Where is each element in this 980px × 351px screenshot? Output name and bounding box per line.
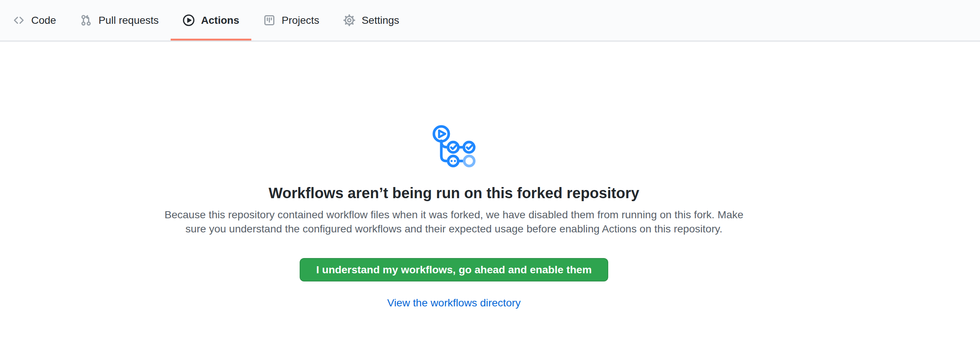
empty-state-title: Workflows aren’t being run on this forke… xyxy=(0,184,908,202)
tab-actions-label: Actions xyxy=(201,15,239,25)
tab-code-label: Code xyxy=(31,15,56,25)
empty-state-description: Because this repository contained workfl… xyxy=(0,208,908,236)
tab-pull-requests[interactable]: Pull requests xyxy=(68,0,171,41)
tab-projects[interactable]: Projects xyxy=(251,0,331,41)
repo-tab-bar: Code Pull requests Actions xyxy=(0,0,980,42)
description-line-2: sure you understand the configured workf… xyxy=(0,222,908,236)
main-content: Workflows aren’t being run on this forke… xyxy=(0,42,908,309)
workflow-graph-icon xyxy=(433,125,475,167)
actions-disabled-blankslate: Workflows aren’t being run on this forke… xyxy=(0,42,908,309)
tab-settings[interactable]: Settings xyxy=(331,0,411,41)
enable-workflows-button[interactable]: I understand my workflows, go ahead and … xyxy=(300,258,608,281)
view-workflows-directory-link[interactable]: View the workflows directory xyxy=(0,296,908,309)
play-circle-icon xyxy=(183,14,195,26)
tab-actions[interactable]: Actions xyxy=(171,0,251,41)
tab-pull-requests-label: Pull requests xyxy=(99,15,159,25)
description-line-1: Because this repository contained workfl… xyxy=(0,208,908,222)
code-icon xyxy=(13,14,25,26)
git-pull-request-icon xyxy=(80,14,92,26)
tab-code[interactable]: Code xyxy=(1,0,68,41)
tab-settings-label: Settings xyxy=(362,15,399,25)
project-icon xyxy=(263,14,275,26)
gear-icon xyxy=(343,14,355,26)
tab-projects-label: Projects xyxy=(282,15,319,25)
